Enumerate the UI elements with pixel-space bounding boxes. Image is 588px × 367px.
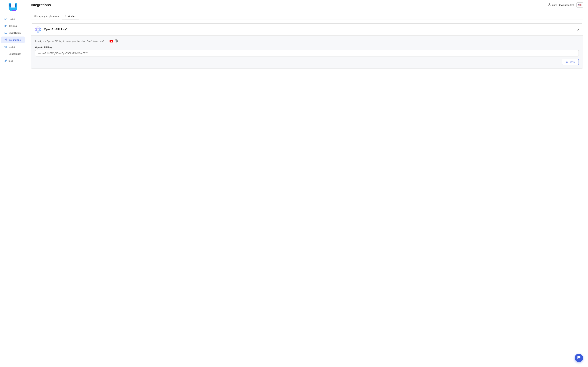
save-label: Save (570, 61, 575, 63)
svg-rect-8 (5, 25, 6, 26)
info-icon[interactable]: ⓘ (106, 40, 108, 43)
svg-rect-7 (12, 10, 14, 11)
api-key-input[interactable] (35, 50, 579, 57)
subscription-icon (4, 52, 7, 55)
svg-marker-17 (5, 46, 7, 48)
sidebar-item-label: Tools (8, 60, 13, 62)
svg-rect-6 (14, 10, 16, 11)
svg-rect-5 (10, 10, 12, 11)
page-title: Integrations (31, 3, 51, 7)
api-key-label: OpenAI API key (35, 46, 579, 49)
integrations-icon (4, 38, 7, 42)
svg-rect-2 (9, 8, 17, 10)
nav-menu: Home Training Chat History Integrations (0, 15, 26, 64)
tabs-bar: Third-party Applications AI Models (31, 14, 583, 20)
sidebar-item-subscription[interactable]: Subscription (1, 50, 25, 57)
sidebar-item-chat-history[interactable]: Chat History (1, 30, 25, 36)
home-icon (4, 17, 7, 20)
page-content: Third-party Applications AI Models (26, 10, 588, 367)
chat-history-icon (4, 31, 7, 34)
save-icon (566, 60, 568, 63)
api-key-section: Insert your OpenAI API key to make your … (31, 36, 583, 68)
youtube-icon[interactable] (110, 40, 113, 42)
svg-point-14 (6, 40, 7, 41)
flag-icon: 🇺🇸 (578, 3, 581, 7)
openai-title: OpenAI API key* (44, 28, 67, 31)
svg-point-12 (6, 39, 7, 39)
chat-bubble-icon (577, 356, 581, 360)
user-icon (548, 3, 551, 7)
openai-card: OpenAI API key* ∧ Insert your OpenAI API… (31, 23, 583, 69)
sidebar-item-label: Training (9, 25, 17, 27)
sidebar-item-training[interactable]: Training (1, 23, 25, 29)
svg-line-15 (5, 40, 6, 41)
sidebar-item-integrations[interactable]: Integrations (1, 36, 25, 43)
sidebar-item-label: Demo (9, 46, 15, 48)
svg-line-16 (5, 39, 6, 40)
page-header: Integrations ubos_dev@ubos.tech 🇺🇸 (26, 0, 588, 10)
user-email: ubos_dev@ubos.tech (552, 4, 574, 6)
svg-point-13 (5, 40, 5, 40)
openai-card-header: OpenAI API key* ∧ (31, 24, 583, 36)
save-button-row: Save (35, 59, 579, 65)
main-content: Integrations ubos_dev@ubos.tech 🇺🇸 Third… (26, 0, 588, 367)
sidebar: Home Training Chat History Integrations (0, 0, 26, 367)
training-icon (4, 24, 7, 27)
openai-symbol-icon[interactable] (114, 39, 118, 43)
demo-icon (4, 45, 7, 48)
sidebar-item-tools[interactable]: Tools › (1, 58, 25, 64)
openai-logo-icon (35, 26, 42, 33)
sidebar-item-label: Home (9, 18, 15, 20)
svg-rect-10 (5, 26, 6, 27)
api-info-text: Insert your OpenAI API key to make your … (35, 39, 579, 43)
header-right: ubos_dev@ubos.tech 🇺🇸 (548, 2, 583, 8)
svg-rect-3 (9, 4, 11, 7)
sidebar-item-home[interactable]: Home (1, 16, 25, 22)
openai-header-left: OpenAI API key* (35, 26, 67, 33)
tools-icon (4, 59, 7, 62)
user-info: ubos_dev@ubos.tech (548, 3, 574, 7)
svg-rect-11 (6, 26, 7, 27)
chevron-right-icon: › (14, 60, 15, 62)
svg-rect-4 (15, 4, 17, 7)
sidebar-item-label: Subscription (9, 53, 21, 55)
logo[interactable] (7, 2, 19, 12)
svg-point-20 (549, 3, 550, 5)
sidebar-item-label: Chat History (9, 32, 21, 34)
tab-third-party[interactable]: Third-party Applications (31, 14, 62, 20)
sidebar-item-demo[interactable]: Demo (1, 43, 25, 50)
sidebar-item-label: Integrations (9, 39, 21, 41)
language-button[interactable]: 🇺🇸 (576, 2, 583, 8)
youtube-play-icon (111, 40, 112, 42)
save-button[interactable]: Save (562, 59, 579, 65)
svg-rect-9 (6, 25, 7, 26)
tab-ai-models[interactable]: AI Models (62, 14, 78, 20)
chevron-up-icon[interactable]: ∧ (577, 28, 579, 32)
chat-bubble-button[interactable] (575, 354, 583, 362)
